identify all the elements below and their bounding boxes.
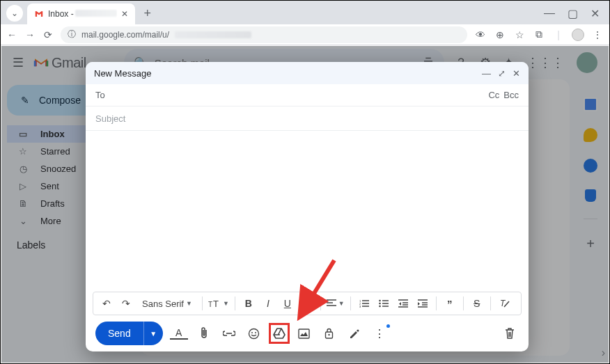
svg-text:T: T [500, 299, 506, 308]
side-panel-toggle-icon[interactable]: › [602, 347, 605, 359]
svg-point-7 [379, 306, 381, 308]
indent-less-icon[interactable] [396, 295, 411, 312]
underline-icon[interactable]: U [280, 295, 295, 312]
insert-drive-file-icon[interactable] [270, 324, 288, 342]
browser-menu-icon[interactable]: ⋮ [591, 29, 604, 40]
send-button-group: Send ▼ [95, 322, 163, 345]
tabs-dropdown-button[interactable]: ⌄ [6, 5, 23, 22]
font-family-select[interactable]: Sans Serif▼ [138, 295, 196, 312]
remove-formatting-icon[interactable]: T [496, 295, 512, 312]
compose-body[interactable] [86, 131, 529, 292]
site-info-icon[interactable]: ⓘ [68, 29, 76, 40]
browser-toolbar: ← → ⟳ ⓘ mail.google.com/mail/u/ 👁 ⊕ ☆ ⧉ … [1, 24, 609, 45]
more-options-icon[interactable]: ⋮ [370, 324, 389, 342]
forward-icon[interactable]: → [24, 29, 36, 40]
url-text: mail.google.com/mail/u/ [81, 30, 169, 40]
subject-field[interactable] [86, 106, 529, 131]
svg-point-6 [379, 303, 381, 305]
close-compose-icon[interactable]: ✕ [513, 68, 520, 79]
browser-tab-strip: ⌄ Inbox - ✕ + — ▢ ✕ [1, 1, 609, 24]
gmail-favicon-icon [34, 9, 44, 19]
window-close-icon[interactable]: ✕ [591, 7, 600, 20]
profile-avatar[interactable] [572, 29, 584, 41]
quote-icon[interactable]: ” [442, 295, 458, 312]
align-icon[interactable]: ▼ [327, 295, 345, 312]
italic-icon[interactable]: I [260, 295, 276, 312]
text-color-icon[interactable]: A▼ [299, 295, 315, 312]
svg-point-5 [379, 300, 381, 302]
svg-point-12 [251, 332, 253, 333]
redo-icon[interactable]: ↷ [118, 295, 134, 312]
svg-text:3: 3 [359, 305, 361, 308]
compose-title: New Message [94, 68, 151, 79]
svg-point-16 [329, 334, 330, 335]
new-tab-button[interactable]: + [138, 3, 157, 23]
numbered-list-icon[interactable]: 123 [357, 295, 372, 312]
svg-point-11 [249, 329, 259, 338]
to-field[interactable]: To Cc Bcc [86, 84, 529, 106]
send-button[interactable]: Send [95, 322, 143, 345]
eye-icon[interactable]: 👁 [474, 29, 487, 40]
insert-signature-icon[interactable] [345, 324, 363, 342]
reload-icon[interactable]: ⟳ [42, 29, 54, 40]
insert-emoji-icon[interactable] [245, 324, 263, 342]
back-icon[interactable]: ← [6, 29, 17, 40]
strikethrough-icon[interactable]: S [469, 295, 485, 312]
svg-text:T: T [213, 299, 219, 308]
compose-window: New Message — ⤢ ✕ To Cc Bcc ↶ ↷ Sans Ser… [86, 62, 529, 351]
compose-header[interactable]: New Message — ⤢ ✕ [86, 62, 529, 84]
discard-draft-icon[interactable] [501, 324, 519, 342]
to-label: To [95, 90, 105, 100]
divider: | [552, 29, 565, 40]
bold-icon[interactable]: B [241, 295, 256, 312]
svg-rect-14 [299, 329, 309, 338]
toggle-formatting-icon[interactable]: A [170, 327, 188, 340]
bcc-button[interactable]: Bcc [503, 90, 519, 100]
bulleted-list-icon[interactable] [376, 295, 391, 312]
confidential-mode-icon[interactable] [320, 324, 338, 342]
browser-tab[interactable]: Inbox - ✕ [27, 3, 135, 24]
address-bar[interactable]: ⓘ mail.google.com/mail/u/ [61, 26, 467, 43]
bookmark-star-icon[interactable]: ☆ [513, 29, 526, 40]
zoom-icon[interactable]: ⊕ [494, 29, 506, 40]
tab-close-icon[interactable]: ✕ [121, 9, 128, 19]
fullscreen-compose-icon[interactable]: ⤢ [498, 68, 506, 79]
compose-action-bar: Send ▼ A ⋮ [86, 315, 529, 351]
window-minimize-icon[interactable]: — [544, 7, 555, 20]
cc-button[interactable]: Cc [488, 90, 499, 100]
formatting-toolbar: ↶ ↷ Sans Serif▼ TT▼ B I U A▼ ▼ 123 ” S T [93, 292, 522, 315]
tab-title: Inbox - [48, 9, 74, 19]
subject-input[interactable] [95, 113, 519, 124]
window-maximize-icon[interactable]: ▢ [568, 7, 578, 20]
minimize-compose-icon[interactable]: — [482, 68, 491, 79]
insert-photo-icon[interactable] [295, 324, 313, 342]
insert-link-icon[interactable] [220, 324, 238, 342]
send-options-button[interactable]: ▼ [143, 322, 163, 345]
indent-more-icon[interactable] [415, 295, 430, 312]
extensions-icon[interactable]: ⧉ [533, 29, 545, 40]
svg-point-13 [255, 332, 256, 333]
font-size-icon[interactable]: TT▼ [208, 295, 229, 312]
attach-file-icon[interactable] [195, 324, 213, 342]
undo-icon[interactable]: ↶ [99, 295, 114, 312]
svg-text:T: T [208, 301, 212, 308]
